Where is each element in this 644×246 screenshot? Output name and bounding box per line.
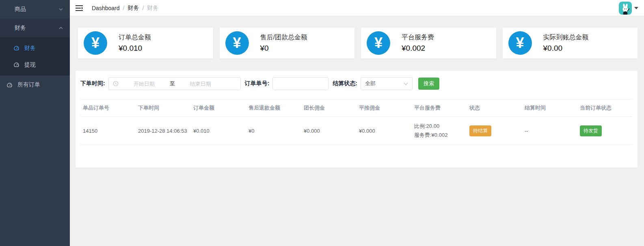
yuan-icon: ¥ [367, 31, 390, 55]
search-button[interactable]: 搜索 [418, 78, 439, 90]
rabbit-icon [620, 3, 631, 15]
stat-value: ¥0 [260, 44, 307, 53]
sidebar-item-all-orders[interactable]: 所有订单 [0, 76, 70, 94]
stat-value: ¥0.010 [119, 44, 151, 53]
orders-table: 单品订单号 下单时间 订单金额 售后退款金额 团长佣金 平推佣金 平台服务费 状… [80, 99, 633, 145]
stat-title: 订单总金额 [119, 33, 151, 42]
date-range-picker[interactable]: 至 [108, 77, 241, 90]
gauge-icon [6, 82, 13, 88]
stat-card-refund-total: ¥ 售后/团款总金额 ¥0 [220, 28, 355, 58]
date-separator: 至 [168, 80, 177, 87]
stat-title: 平台服务费 [402, 33, 434, 42]
col-current-order-status: 当前订单状态 [577, 99, 633, 117]
yuan-icon: ¥ [225, 31, 249, 55]
col-service-fee: 平台服务费 [412, 99, 467, 117]
col-push-commission: 平推佣金 [357, 99, 412, 117]
chevron-down-icon [404, 82, 408, 85]
order-status-badge: 待发货 [580, 125, 602, 136]
avatar[interactable] [619, 2, 632, 15]
yuan-icon: ¥ [508, 31, 532, 55]
caret-down-icon[interactable] [634, 7, 638, 9]
stat-title: 售后/团款总金额 [260, 33, 307, 42]
cell-settle-time: -- [522, 117, 577, 145]
sidebar-item-goods[interactable]: 商品 [0, 0, 70, 19]
breadcrumb-item-dashboard[interactable]: Dashboard [92, 5, 120, 11]
orders-panel: 下单时间: 至 订单单号: 结算状态: 全部 搜索 [76, 71, 638, 168]
sidebar-subitem-finance[interactable]: 财务 [0, 40, 70, 56]
col-settle-time: 结算时间 [522, 99, 577, 117]
sidebar-subitem-label: 财务 [24, 45, 36, 52]
date-end-input[interactable] [177, 81, 225, 87]
stat-value: ¥0.002 [402, 44, 434, 53]
order-time-label: 下单时间: [80, 80, 105, 87]
main-area: Dashboard / 财务 / 财务 ¥ 订单总金 [70, 0, 644, 246]
stat-title: 实际到账总金额 [543, 33, 589, 42]
col-leader-commission: 团长佣金 [301, 99, 357, 117]
stat-card-order-total: ¥ 订单总金额 ¥0.010 [78, 28, 213, 58]
breadcrumb-item-finance[interactable]: 财务 [128, 4, 139, 12]
col-order-no: 单品订单号 [80, 99, 136, 117]
yuan-icon: ¥ [84, 31, 107, 55]
order-no-input[interactable] [272, 77, 328, 90]
chevron-down-icon [58, 7, 63, 12]
cell-service-fee: 比例:20.00 服务费:¥0.002 [412, 117, 467, 145]
topbar: Dashboard / 财务 / 财务 [70, 0, 644, 16]
stat-card-received-total: ¥ 实际到账总金额 ¥0.00 [503, 28, 638, 58]
cell-refund-amount: ¥0 [246, 117, 301, 145]
settle-status-badge: 待结算 [469, 125, 491, 136]
order-no-label: 订单单号: [245, 80, 270, 87]
breadcrumb: Dashboard / 财务 / 财务 [92, 4, 158, 12]
stat-cards-row: ¥ 订单总金额 ¥0.010 ¥ 售后/团款总金额 ¥0 ¥ 平台服务费 ¥0.… [78, 28, 638, 58]
stat-value: ¥0.00 [543, 44, 589, 53]
cell-order-time: 2019-12-28 14:06:53 [136, 117, 191, 145]
gauge-icon [13, 62, 19, 68]
filter-bar: 下单时间: 至 订单单号: 结算状态: 全部 搜索 [80, 77, 633, 90]
col-refund-amount: 售后退款金额 [246, 99, 301, 117]
cell-order-status: 待发货 [577, 117, 633, 145]
settle-status-selected-value: 全部 [365, 80, 376, 87]
sidebar-finance-submenu: 财务 提现 [0, 37, 70, 76]
sidebar-item-label: 商品 [15, 6, 26, 13]
sidebar-item-label: 财务 [15, 24, 26, 32]
service-fee-amount: 服务费:¥0.002 [414, 131, 465, 140]
service-fee-ratio: 比例:20.00 [414, 122, 465, 131]
table-row: 14150 2019-12-28 14:06:53 ¥0.010 ¥0 ¥0.0… [80, 117, 633, 145]
cell-push-commission: ¥0.000 [357, 117, 412, 145]
col-order-amount: 订单金额 [191, 99, 246, 117]
menu-toggle-icon[interactable] [76, 5, 83, 11]
cell-order-no: 14150 [80, 117, 136, 145]
gauge-icon [13, 45, 19, 51]
sidebar-subitem-label: 提现 [24, 61, 36, 69]
stat-card-service-fee: ¥ 平台服务费 ¥0.002 [361, 28, 496, 58]
sidebar: 商品 财务 财务 提现 所有订单 [0, 0, 70, 246]
cell-order-amount: ¥0.010 [191, 117, 246, 145]
sidebar-subitem-withdraw[interactable]: 提现 [0, 56, 70, 73]
clock-icon [113, 81, 119, 86]
col-status: 状态 [467, 99, 522, 117]
sidebar-item-label: 所有订单 [17, 81, 40, 88]
breadcrumb-item-current: 财务 [147, 4, 158, 12]
date-start-input[interactable] [120, 81, 168, 87]
breadcrumb-separator: / [142, 5, 144, 11]
sidebar-item-finance[interactable]: 财务 [0, 19, 70, 37]
breadcrumb-separator: / [123, 5, 125, 11]
settle-status-label: 结算状态: [333, 80, 357, 87]
cell-leader-commission: ¥0.000 [301, 117, 357, 145]
settle-status-select[interactable]: 全部 [361, 77, 413, 90]
chevron-up-icon [58, 26, 63, 30]
cell-settle-status: 待结算 [467, 117, 522, 145]
table-header-row: 单品订单号 下单时间 订单金额 售后退款金额 团长佣金 平推佣金 平台服务费 状… [80, 99, 633, 117]
col-order-time: 下单时间 [136, 99, 191, 117]
